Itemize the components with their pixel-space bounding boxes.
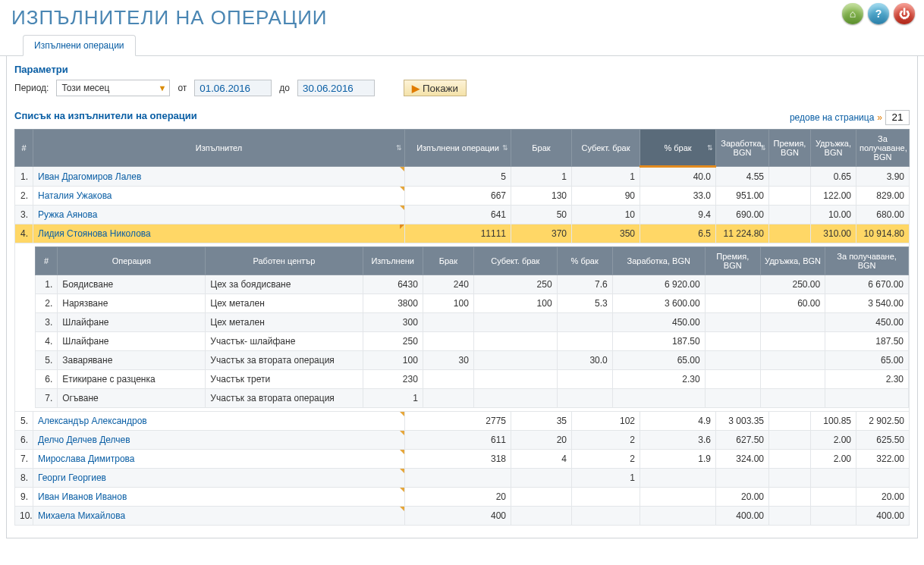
- table-row[interactable]: 1.Иван Драгомиров Лалев51140.04.550.653.…: [15, 167, 910, 187]
- show-button[interactable]: ▶ Покажи: [404, 80, 467, 96]
- cell-recv: 400.00: [856, 507, 910, 526]
- performer-cell[interactable]: Иван Иванов Иванов: [33, 488, 405, 507]
- col-done[interactable]: Изпълнени операции⇅: [405, 130, 511, 167]
- srow-recv: [825, 389, 909, 408]
- cell-recv: [856, 469, 910, 488]
- from-label: от: [178, 83, 187, 93]
- scol-idx[interactable]: #: [36, 247, 58, 275]
- performer-cell[interactable]: Александър Александров: [33, 412, 405, 431]
- home-button[interactable]: ⌂: [842, 3, 863, 24]
- cell-scrap: 1: [511, 167, 572, 187]
- performer-link[interactable]: Мирослава Димитрова: [38, 454, 135, 464]
- col-bonus[interactable]: Премия, BGN: [769, 130, 811, 167]
- performer-link[interactable]: Михаела Михайлова: [38, 510, 125, 521]
- sub-table-row[interactable]: 4.ШлайфанеУчастък- шлайфане250187.50187.…: [36, 332, 909, 351]
- col-receive[interactable]: За получаване, BGN: [856, 130, 910, 167]
- scol-scrap[interactable]: Брак: [423, 247, 473, 275]
- scol-earn[interactable]: Заработка, BGN: [612, 247, 705, 275]
- srow-idx: 2.: [36, 294, 58, 313]
- rpp-link[interactable]: редове на страница: [790, 112, 874, 123]
- srow-idx: 4.: [36, 332, 58, 351]
- table-row[interactable]: 6.Делчо Делчев Делчев6112023.6627.502.00…: [15, 431, 910, 450]
- performer-link[interactable]: Иван Иванов Иванов: [38, 491, 127, 502]
- table-row[interactable]: 2.Наталия Ужакова6671309033.0951.00122.0…: [15, 187, 910, 206]
- cell-recv: 20.00: [856, 488, 910, 507]
- col-pct-scrap[interactable]: % брак⇅: [640, 130, 716, 167]
- table-row[interactable]: 3.Ружка Аянова64150109.4690.0010.00680.0…: [15, 206, 910, 224]
- period-select[interactable]: Този месец ▼: [56, 80, 170, 96]
- performer-link[interactable]: Делчо Делчев Делчев: [38, 435, 130, 445]
- performer-cell[interactable]: Мирослава Димитрова: [33, 450, 405, 469]
- table-row[interactable]: 4.Лидия Стоянова Николова111113703506.51…: [15, 224, 910, 243]
- srow-subj: [473, 351, 557, 370]
- tab-completed-operations[interactable]: Изпълнени операции: [23, 35, 136, 56]
- performer-link[interactable]: Иван Драгомиров Лалев: [38, 171, 141, 182]
- sub-table-row[interactable]: 7.ОгъванеУчастък за втората операция1: [36, 389, 909, 408]
- scol-bonus[interactable]: Премия, BGN: [705, 247, 760, 275]
- cell-scrap: 20: [511, 431, 572, 450]
- expand-corner-icon: [400, 167, 404, 171]
- col-earn[interactable]: Заработка, BGN⇅: [716, 130, 769, 167]
- srow-idx: 3.: [36, 313, 58, 332]
- table-row[interactable]: 10.Михаела Михайлова400400.00400.00: [15, 507, 910, 526]
- cell-done: 11111: [405, 224, 511, 243]
- cell-earn: 627.50: [716, 431, 769, 450]
- row-index: 5.: [15, 412, 33, 431]
- col-index[interactable]: #: [15, 130, 33, 167]
- rpp-input[interactable]: [885, 110, 910, 125]
- srow-scrap: [423, 389, 473, 408]
- performer-link[interactable]: Георги Георгиев: [38, 472, 106, 483]
- sub-table-row[interactable]: 5.ЗаваряванеУчастък за втората операция1…: [36, 351, 909, 370]
- cell-deduct: 310.00: [811, 224, 856, 243]
- col-subj-scrap[interactable]: Субект. брак: [572, 130, 640, 167]
- scol-subj[interactable]: Субект. брак: [473, 247, 557, 275]
- performer-cell[interactable]: Георги Георгиев: [33, 469, 405, 488]
- srow-recv: 65.00: [825, 351, 909, 370]
- performer-cell[interactable]: Михаела Михайлова: [33, 507, 405, 526]
- sub-table-row[interactable]: 2.НарязванеЦех метален38001001005.33 600…: [36, 294, 909, 313]
- sub-table-row[interactable]: 6.Етикиране с разценкаУчастък трети2302.…: [36, 370, 909, 389]
- cell-deduct: [811, 469, 856, 488]
- srow-wc: Участък за втората операция: [206, 389, 363, 408]
- performer-cell[interactable]: Наталия Ужакова: [33, 187, 405, 206]
- scol-wc[interactable]: Работен център: [206, 247, 363, 275]
- performer-cell[interactable]: Лидия Стоянова Николова: [33, 224, 405, 243]
- performer-cell[interactable]: Ружка Аянова: [33, 206, 405, 224]
- tabs: Изпълнени операции: [11, 35, 913, 56]
- table-row[interactable]: 9.Иван Иванов Иванов2020.0020.00: [15, 488, 910, 507]
- table-row[interactable]: 7.Мирослава Димитрова318421.9324.002.003…: [15, 450, 910, 469]
- scol-deduct[interactable]: Удръжка, BGN: [760, 247, 825, 275]
- from-date-input[interactable]: [194, 80, 272, 96]
- cell-bonus: [769, 450, 811, 469]
- sub-table-row[interactable]: 1.БоядисванеЦех за боядисване64302402507…: [36, 275, 909, 294]
- scol-pct[interactable]: % брак: [557, 247, 612, 275]
- performer-cell[interactable]: Делчо Делчев Делчев: [33, 431, 405, 450]
- srow-op: Огъване: [58, 389, 206, 408]
- performer-link[interactable]: Наталия Ужакова: [38, 190, 112, 201]
- logout-button[interactable]: ⏻: [894, 3, 915, 24]
- col-scrap[interactable]: Брак: [511, 130, 572, 167]
- col-deduct[interactable]: Удръжка, BGN: [811, 130, 856, 167]
- performer-link[interactable]: Лидия Стоянова Николова: [38, 228, 151, 239]
- srow-subj: [473, 370, 557, 389]
- sub-table-row[interactable]: 3.ШлайфанеЦех метален300450.00450.00: [36, 313, 909, 332]
- expand-corner-icon: [400, 206, 404, 210]
- performer-link[interactable]: Ружка Аянова: [38, 209, 97, 220]
- col-performer[interactable]: Изпълнител⇅: [33, 130, 405, 167]
- performer-cell[interactable]: Иван Драгомиров Лалев: [33, 167, 405, 187]
- scol-done[interactable]: Изпълнени: [363, 247, 423, 275]
- cell-pct: [640, 469, 716, 488]
- scol-recv[interactable]: За получаване, BGN: [825, 247, 909, 275]
- table-row[interactable]: 5.Александър Александров2775351024.93 00…: [15, 412, 910, 431]
- help-button[interactable]: ?: [868, 3, 889, 24]
- period-value: Този месец: [61, 83, 109, 93]
- scol-op[interactable]: Операция: [58, 247, 206, 275]
- srow-bonus: [705, 351, 760, 370]
- sort-icon: ⇅: [502, 144, 508, 152]
- to-date-input[interactable]: [297, 80, 375, 96]
- srow-subj: [473, 332, 557, 351]
- performer-link[interactable]: Александър Александров: [38, 416, 147, 426]
- srow-deduct: [760, 313, 825, 332]
- cell-deduct: 0.65: [811, 167, 856, 187]
- table-row[interactable]: 8.Георги Георгиев1: [15, 469, 910, 488]
